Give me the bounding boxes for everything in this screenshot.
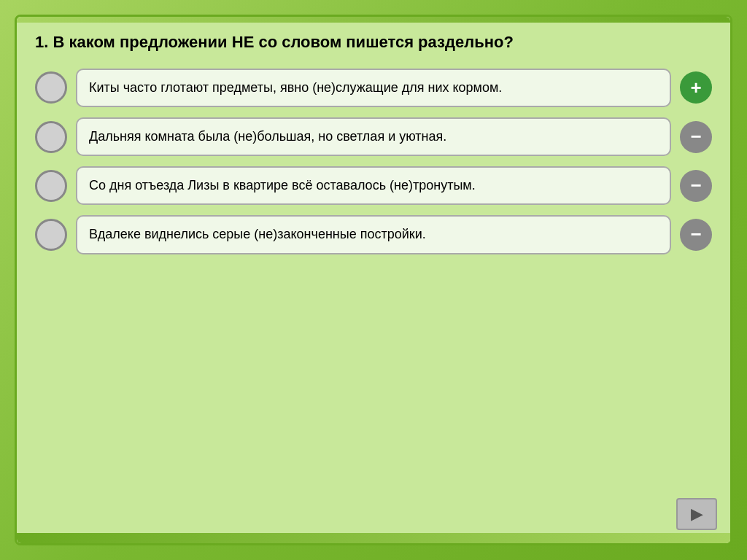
option-box-2[interactable]: Дальняя комната была (не)большая, но све… [76, 117, 671, 156]
radio-option-1[interactable] [35, 71, 67, 104]
radio-option-3[interactable] [35, 170, 67, 202]
sign-btn-1[interactable]: + [680, 71, 712, 104]
radio-option-4[interactable] [35, 219, 67, 251]
option-box-1[interactable]: Киты часто глотают предметы, явно (не)сл… [76, 69, 671, 107]
option-row-4: Вдалеке виднелись серые (не)законченные … [35, 215, 712, 254]
question-body: В каком предложении НЕ со словом пишется… [53, 33, 513, 51]
option-text-3: Со дня отъезда Лизы в квартире всё остав… [89, 178, 476, 192]
option-box-4[interactable]: Вдалеке виднелись серые (не)законченные … [76, 215, 671, 254]
option-text-2: Дальняя комната была (не)большая, но све… [89, 129, 446, 144]
question-number: 1. [35, 33, 48, 51]
option-row-3: Со дня отъезда Лизы в квартире всё остав… [35, 166, 712, 205]
radio-option-2[interactable] [35, 121, 67, 153]
inner-container: 1. В каком предложении НЕ со словом пише… [15, 15, 732, 545]
option-text-4: Вдалеке виднелись серые (не)законченные … [89, 227, 426, 241]
option-row-1: Киты часто глотают предметы, явно (не)сл… [35, 69, 712, 107]
option-box-3[interactable]: Со дня отъезда Лизы в квартире всё остав… [76, 166, 671, 205]
sign-btn-3[interactable]: − [680, 170, 712, 202]
option-text-1: Киты часто глотают предметы, явно (не)сл… [89, 80, 502, 95]
next-button[interactable] [676, 498, 717, 530]
top-bar [17, 17, 730, 23]
outer-container: 1. В каком предложении НЕ со словом пише… [0, 0, 747, 560]
option-row-2: Дальняя комната была (не)большая, но све… [35, 117, 712, 156]
question-text: 1. В каком предложении НЕ со словом пише… [35, 31, 712, 54]
sign-btn-2[interactable]: − [680, 121, 712, 153]
sign-btn-4[interactable]: − [680, 219, 712, 251]
options-area: Киты часто глотают предметы, явно (не)сл… [35, 69, 712, 254]
bottom-bar [17, 533, 730, 543]
